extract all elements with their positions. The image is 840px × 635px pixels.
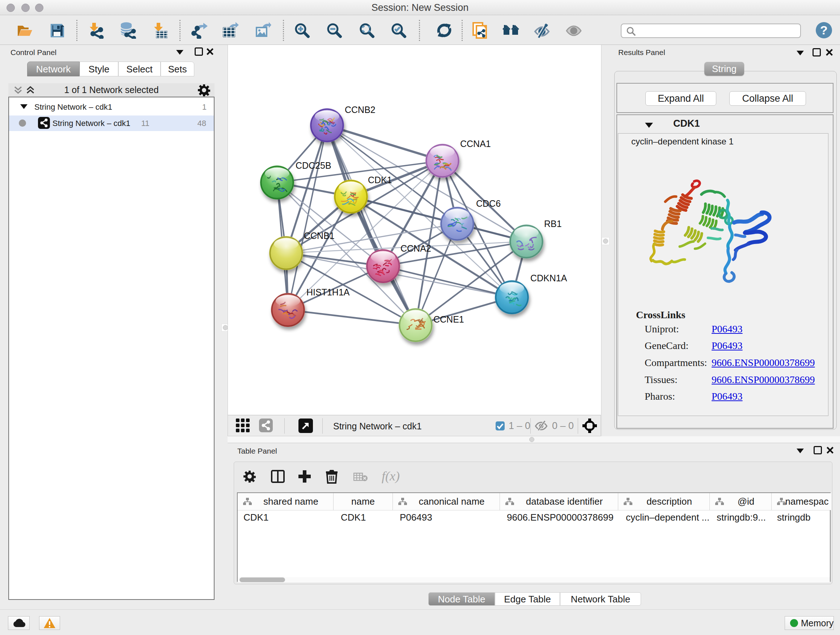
svg-text:CCNB1: CCNB1 xyxy=(304,231,335,241)
svg-text:HIST1H1A: HIST1H1A xyxy=(306,287,350,297)
svg-text:CCNB2: CCNB2 xyxy=(345,105,376,115)
svg-text:CDK1: CDK1 xyxy=(368,175,392,185)
svg-text:CDKN1A: CDKN1A xyxy=(531,273,567,283)
svg-text:CDC25B: CDC25B xyxy=(295,160,332,171)
svg-text:CCNE1: CCNE1 xyxy=(433,314,464,325)
svg-text:CDC6: CDC6 xyxy=(476,198,501,209)
svg-text:RB1: RB1 xyxy=(544,219,562,229)
svg-text:CCNA1: CCNA1 xyxy=(460,139,491,149)
svg-text:CCNA2: CCNA2 xyxy=(401,243,431,253)
